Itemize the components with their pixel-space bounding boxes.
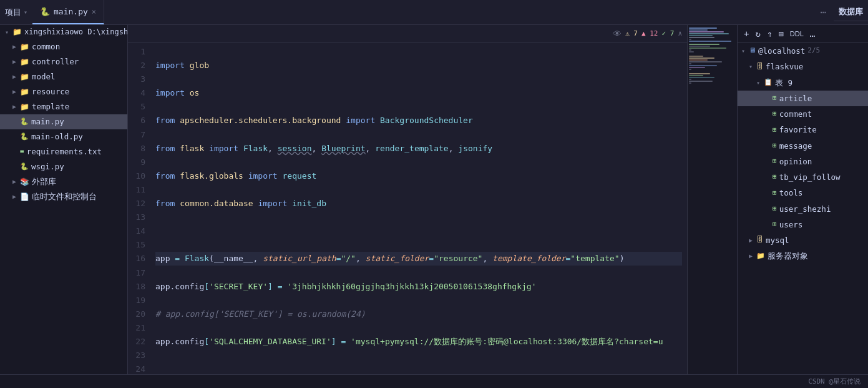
warning-badge: ⚠ 7 (625, 29, 638, 37)
db-table-opinion[interactable]: ▶ ⊞ opinion (738, 154, 868, 169)
db-title-text: 数据库 (839, 6, 863, 17)
mysql-db-icon: 🗄 (756, 234, 763, 246)
server-obj-arrow: ▶ (749, 251, 756, 261)
db-table-tb-vip-follow[interactable]: ▶ ⊞ tb_vip_follow (738, 169, 868, 185)
file-tree-sidebar: ▾ 📁 xingshixiaowo D:\xingsh ▶ 📁 common ▶… (0, 25, 128, 374)
eye-icon[interactable]: 👁 (613, 29, 622, 39)
external-libs-label: 外部库 (32, 176, 56, 188)
favorite-label: favorite (779, 123, 817, 136)
model-arrow: ▶ (12, 72, 20, 82)
comment-table-icon: ⊞ (773, 108, 777, 120)
common-arrow: ▶ (12, 42, 20, 52)
minimap[interactable] (687, 25, 737, 374)
db-table-tools[interactable]: ▶ ⊞ tools (738, 185, 868, 201)
project-menu[interactable]: 项目 ▾ (0, 7, 32, 18)
db-server-objects[interactable]: ▶ 📁 服务器对象 (738, 248, 868, 264)
tab-close-icon[interactable]: × (92, 7, 96, 16)
db-more-btn[interactable]: … (809, 27, 816, 40)
template-folder-icon: 📁 (20, 101, 29, 113)
article-label: article (779, 92, 812, 105)
template-label: template (32, 101, 69, 113)
db-toolbar: + ↻ ⇑ ⊞ DDL … (738, 25, 868, 43)
mysql-label: mysql (766, 234, 789, 247)
sidebar-item-requirements-txt[interactable]: ≡ requirements.txt (0, 144, 127, 159)
localhost-arrow: ▾ (741, 46, 749, 56)
resource-folder-icon: 📁 (20, 86, 29, 98)
more-options[interactable]: ⋯ (812, 6, 834, 18)
sidebar-root[interactable]: ▾ 📁 xingshixiaowo D:\xingsh (0, 25, 127, 39)
code-container[interactable]: 12345 678910 1112131415 1617181920 21222… (128, 42, 687, 374)
line-numbers: 12345 678910 1112131415 1617181920 21222… (128, 42, 150, 374)
db-mysql[interactable]: ▶ 🗄 mysql (738, 232, 868, 248)
db-table-message[interactable]: ▶ ⊞ message (738, 138, 868, 154)
controller-folder-icon: 📁 (20, 56, 29, 68)
root-arrow: ▾ (5, 27, 12, 37)
controller-label: controller (32, 56, 79, 68)
db-upload-btn[interactable]: ⇑ (766, 27, 773, 40)
sidebar-item-common[interactable]: ▶ 📁 common (0, 39, 127, 54)
bottom-bar: CSDN @星石传说 (0, 374, 868, 388)
sidebar-item-resource[interactable]: ▶ 📁 resource (0, 84, 127, 99)
db-table-users[interactable]: ▶ ⊞ users (738, 217, 868, 232)
db-table-article[interactable]: ▶ ⊞ article (738, 91, 868, 106)
main-content: ▾ 📁 xingshixiaowo D:\xingsh ▶ 📁 common ▶… (0, 25, 868, 374)
code-content[interactable]: import glob import os from apscheduler.s… (150, 42, 687, 374)
tables-label: 表 9 (775, 76, 792, 89)
tb-vip-label: tb_vip_follow (779, 171, 841, 184)
expand-icon[interactable]: ∧ (678, 29, 682, 37)
sidebar-item-model[interactable]: ▶ 📁 model (0, 69, 127, 84)
tabs-area: 🐍 main.py × (32, 0, 812, 24)
main-old-py-label: main-old.py (31, 131, 83, 143)
watermark: CSDN @星石传说 (808, 377, 861, 386)
tools-label: tools (779, 186, 803, 199)
sidebar-item-temp-files[interactable]: ▶ 📄 临时文件和控制台 (0, 189, 127, 204)
db-ddl-btn[interactable]: DDL (789, 29, 805, 39)
temp-files-icon: 📄 (20, 191, 29, 203)
template-arrow: ▶ (12, 102, 20, 112)
db-panel: + ↻ ⇑ ⊞ DDL … ▾ 🖥 @localhost 2/5 ▾ 🗄 fla… (737, 25, 868, 374)
db-grid-btn[interactable]: ⊞ (777, 27, 784, 40)
server-obj-icon: 📁 (756, 251, 765, 262)
db-server-localhost[interactable]: ▾ 🖥 @localhost 2/5 (738, 43, 868, 59)
tools-table-icon: ⊞ (773, 187, 777, 199)
localhost-label: @localhost (758, 44, 805, 57)
sidebar-item-template[interactable]: ▶ 📁 template (0, 99, 127, 114)
db-panel-title: 数据库 (834, 4, 868, 21)
message-label: message (779, 139, 812, 152)
root-folder-icon: 📁 (12, 26, 22, 38)
db-add-btn[interactable]: + (743, 27, 750, 40)
localhost-badge: 2/5 (807, 45, 820, 57)
favorite-table-icon: ⊞ (773, 124, 777, 136)
db-table-user-shezhi[interactable]: ▶ ⊞ user_shezhi (738, 201, 868, 217)
server-icon: 🖥 (749, 45, 756, 57)
tab-label: main.py (54, 7, 88, 16)
sidebar-item-main-old-py[interactable]: 🐍 main-old.py (0, 129, 127, 144)
main-py-icon: 🐍 (20, 116, 29, 127)
wsgi-py-label: wsgi.py (31, 161, 64, 173)
ok-badge: ✓ 7 (662, 29, 675, 37)
top-bar: 项目 ▾ 🐍 main.py × ⋯ 数据库 (0, 0, 868, 25)
sidebar-item-main-py[interactable]: 🐍 main.py (0, 114, 127, 129)
common-folder-icon: 📁 (20, 41, 29, 53)
error-badge: ▲ 12 (641, 29, 658, 37)
temp-files-arrow: ▶ (12, 192, 20, 202)
article-table-icon: ⊞ (773, 92, 777, 104)
sidebar-item-controller[interactable]: ▶ 📁 controller (0, 54, 127, 69)
flaskvue-arrow: ▾ (749, 61, 756, 72)
db-refresh-btn[interactable]: ↻ (754, 27, 761, 40)
server-obj-label: 服务器对象 (768, 249, 808, 262)
tab-main-py[interactable]: 🐍 main.py × (32, 0, 104, 24)
db-table-comment[interactable]: ▶ ⊞ comment (738, 106, 868, 122)
comment-label: comment (779, 107, 812, 121)
sidebar-item-wsgi-py[interactable]: 🐍 wsgi.py (0, 159, 127, 174)
users-label: users (779, 218, 803, 231)
users-table-icon: ⊞ (773, 219, 777, 231)
db-flaskvue[interactable]: ▾ 🗄 flaskvue (738, 59, 868, 74)
db-table-favorite[interactable]: ▶ ⊞ favorite (738, 122, 868, 137)
user-shezhi-label: user_shezhi (779, 202, 831, 216)
root-label: xingshixiaowo D:\xingsh (24, 26, 127, 38)
flaskvue-label: flaskvue (766, 60, 803, 73)
db-tables-folder[interactable]: ▾ 📋 表 9 (738, 75, 868, 91)
main-py-label: main.py (31, 116, 64, 128)
sidebar-item-external-libs[interactable]: ▶ 📚 外部库 (0, 174, 127, 189)
